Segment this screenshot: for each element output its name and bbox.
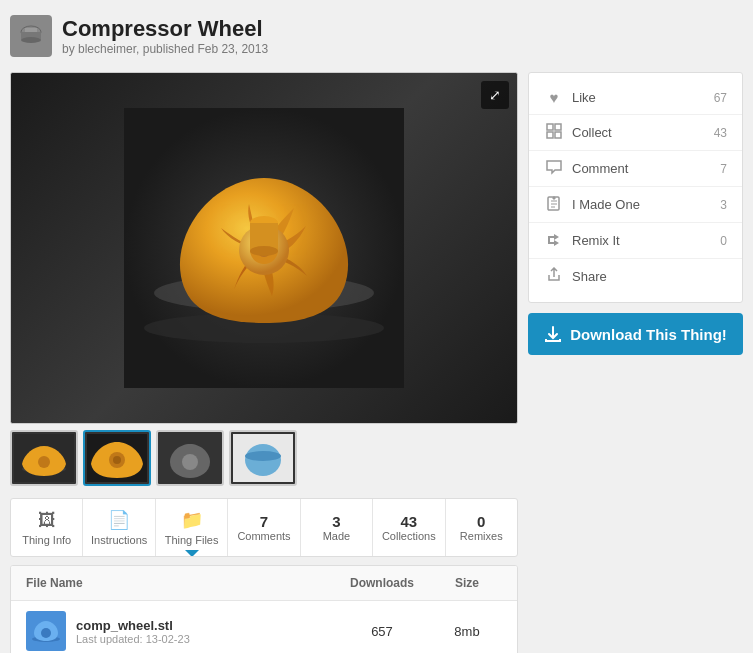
tab-collections[interactable]: 43 Collections [373, 499, 445, 556]
remix-count: 0 [707, 234, 727, 248]
tab-remixes[interactable]: 0 Remixes [446, 499, 517, 556]
file-row-1: comp_wheel.stl Last updated: 13-02-23 65… [11, 601, 517, 653]
main-image: ⤢ [11, 73, 517, 423]
action-remix-it[interactable]: Remix It 0 [529, 223, 742, 259]
col-header-downloads: Downloads [332, 576, 432, 590]
collect-label: Collect [572, 125, 707, 140]
page-title: Compressor Wheel [62, 16, 268, 42]
thumbnail-4[interactable] [229, 430, 297, 486]
thumbnails [10, 430, 518, 486]
compressor-wheel-image [124, 108, 404, 388]
share-label: Share [572, 269, 727, 284]
left-panel: ⤢ [10, 72, 518, 653]
remix-label: Remix It [572, 233, 707, 248]
svg-point-12 [250, 246, 278, 256]
comment-icon [544, 159, 564, 178]
files-header: File Name Downloads Size [11, 566, 517, 601]
thing-files-icon: 📁 [181, 509, 203, 531]
svg-rect-37 [547, 132, 553, 138]
svg-point-26 [41, 628, 51, 638]
action-comment[interactable]: Comment 7 [529, 151, 742, 187]
actions-box: ♥ Like 67 Collect 43 Comme [528, 72, 743, 303]
i-made-one-label: I Made One [572, 197, 707, 212]
right-panel: ♥ Like 67 Collect 43 Comme [528, 72, 743, 653]
i-made-one-icon [544, 195, 564, 214]
tab-thing-files[interactable]: 📁 Thing Files [156, 499, 228, 556]
action-like[interactable]: ♥ Like 67 [529, 81, 742, 115]
svg-point-18 [113, 456, 121, 464]
comment-count: 7 [707, 162, 727, 176]
tab-made[interactable]: 3 Made [301, 499, 373, 556]
thumbnail-1[interactable] [10, 430, 78, 486]
action-collect[interactable]: Collect 43 [529, 115, 742, 151]
header-title-block: Compressor Wheel by blecheimer, publishe… [62, 16, 268, 56]
collect-count: 43 [707, 126, 727, 140]
page-wrapper: Compressor Wheel by blecheimer, publishe… [0, 0, 753, 653]
col-header-size: Size [432, 576, 502, 590]
tabs-bar: 🖼 Thing Info 📄 Instructions 📁 Thing File… [10, 498, 518, 557]
file-size: 8mb [432, 624, 502, 639]
page-subtitle: by blecheimer, published Feb 23, 2013 [62, 42, 268, 56]
svg-point-15 [38, 456, 50, 468]
share-icon [544, 267, 564, 286]
comment-label: Comment [572, 161, 707, 176]
file-info: comp_wheel.stl Last updated: 13-02-23 [76, 618, 332, 645]
tab-instructions[interactable]: 📄 Instructions [83, 499, 155, 556]
svg-point-2 [21, 37, 41, 43]
collect-icon [544, 123, 564, 142]
download-icon [544, 325, 562, 343]
file-date: Last updated: 13-02-23 [76, 633, 332, 645]
app-icon [10, 15, 52, 57]
thing-info-icon: 🖼 [38, 510, 56, 531]
files-section: File Name Downloads Size comp_w [10, 565, 518, 653]
col-header-filename: File Name [26, 576, 332, 590]
file-downloads: 657 [332, 624, 432, 639]
tab-comments[interactable]: 7 Comments [228, 499, 300, 556]
svg-rect-35 [547, 124, 553, 130]
file-name: comp_wheel.stl [76, 618, 332, 633]
image-container: ⤢ [10, 72, 518, 424]
expand-icon[interactable]: ⤢ [481, 81, 509, 109]
remix-icon [544, 231, 564, 250]
tab-thing-info[interactable]: 🖼 Thing Info [11, 499, 83, 556]
page-header: Compressor Wheel by blecheimer, publishe… [10, 10, 743, 62]
main-content: ⤢ [10, 72, 743, 653]
svg-rect-3 [25, 28, 37, 32]
instructions-icon: 📄 [108, 509, 130, 531]
svg-point-20 [182, 454, 198, 470]
download-label: Download This Thing! [570, 326, 727, 343]
svg-point-23 [245, 451, 281, 461]
thumbnail-2[interactable] [83, 430, 151, 486]
svg-rect-38 [555, 132, 561, 138]
svg-rect-36 [555, 124, 561, 130]
thumbnail-3[interactable] [156, 430, 224, 486]
action-i-made-one[interactable]: I Made One 3 [529, 187, 742, 223]
download-button[interactable]: Download This Thing! [528, 313, 743, 355]
like-icon: ♥ [544, 89, 564, 106]
action-share[interactable]: Share [529, 259, 742, 294]
like-label: Like [572, 90, 707, 105]
file-thumbnail [26, 611, 66, 651]
like-count: 67 [707, 91, 727, 105]
i-made-one-count: 3 [707, 198, 727, 212]
